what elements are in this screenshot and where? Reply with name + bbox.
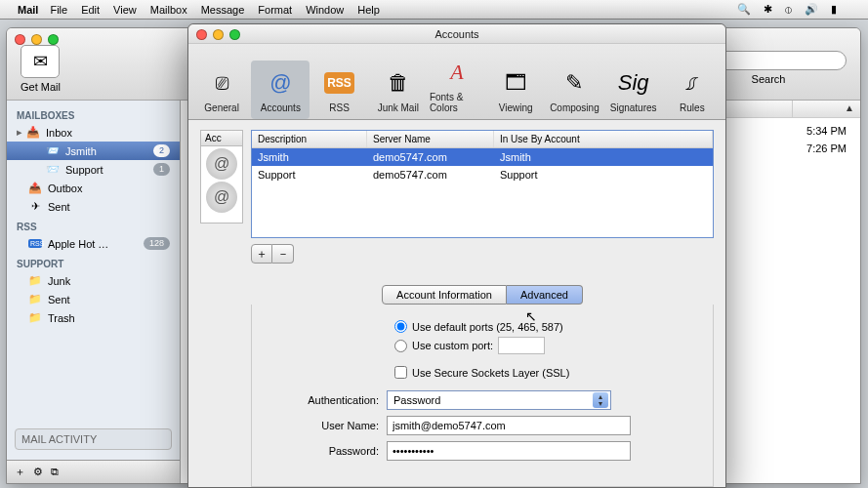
menu-view[interactable]: View bbox=[113, 4, 137, 16]
junk-icon: 🗑 bbox=[382, 66, 415, 100]
menu-file[interactable]: File bbox=[50, 4, 67, 16]
menubar: Mail File Edit View Mailbox Message Form… bbox=[0, 0, 868, 20]
select-arrows-icon: ▴▾ bbox=[593, 392, 608, 408]
inbox-icon: 📥 bbox=[26, 126, 40, 139]
col-server-name[interactable]: Server Name bbox=[367, 131, 494, 147]
window-title: Accounts bbox=[188, 24, 725, 44]
menu-message[interactable]: Message bbox=[201, 4, 245, 16]
menu-edit[interactable]: Edit bbox=[81, 4, 100, 16]
tab-signatures[interactable]: SigSignatures bbox=[604, 61, 663, 119]
tab-account-information[interactable]: Account Information bbox=[382, 285, 507, 305]
get-mail-button[interactable]: ✉︎ bbox=[21, 45, 60, 78]
rss-icon: RSS bbox=[323, 66, 356, 100]
password-field[interactable] bbox=[387, 441, 631, 461]
radio-default-ports-input[interactable] bbox=[394, 320, 407, 333]
outbox-icon: 📤 bbox=[28, 182, 42, 194]
tab-composing[interactable]: ✎Composing bbox=[545, 61, 603, 119]
accounts-list[interactable]: @ @ bbox=[200, 145, 243, 224]
mailboxes-sidebar: MAILBOXES ▸ 📥 Inbox 📨 Jsmith 2 📨 Support… bbox=[7, 101, 181, 483]
custom-port-field[interactable] bbox=[498, 337, 545, 354]
zoom-button[interactable] bbox=[229, 29, 240, 40]
sidebar-item-junk[interactable]: 📁 Junk bbox=[7, 271, 180, 290]
username-field[interactable] bbox=[387, 416, 631, 435]
tab-rss[interactable]: RSSRSS bbox=[310, 61, 368, 119]
radio-custom-port[interactable]: Use custom port: bbox=[394, 335, 695, 356]
advanced-form: Use default ports (25, 465, 587) Use cus… bbox=[251, 305, 714, 487]
mail-activity-box: MAIL ACTIVITY bbox=[15, 428, 172, 450]
menu-window[interactable]: Window bbox=[306, 4, 344, 16]
tab-junk[interactable]: 🗑Junk Mail bbox=[369, 61, 428, 119]
checkbox-ssl[interactable]: Use Secure Sockets Layer (SSL) bbox=[394, 364, 695, 381]
sidebar-item-sent2[interactable]: 📁 Sent bbox=[7, 290, 180, 308]
action-menu-icon[interactable]: ⚙︎ bbox=[33, 466, 43, 478]
zoom-button[interactable] bbox=[48, 34, 59, 45]
menu-mailbox[interactable]: Mailbox bbox=[150, 4, 187, 16]
sidebar-item-inbox[interactable]: ▸ 📥 Inbox bbox=[7, 123, 180, 142]
col-description[interactable]: Description bbox=[252, 131, 367, 147]
sidebar-item-support[interactable]: 📨 Support 1 bbox=[7, 160, 180, 179]
radio-custom-port-input[interactable] bbox=[394, 340, 407, 352]
minimize-button[interactable] bbox=[213, 29, 224, 40]
tab-accounts[interactable]: @Accounts bbox=[251, 61, 310, 119]
preferences-toolbar: ⎚General @Accounts RSSRSS 🗑Junk Mail AFo… bbox=[188, 44, 725, 120]
tab-general[interactable]: ⎚General bbox=[192, 61, 251, 119]
folder-icon: 📁 bbox=[28, 274, 42, 287]
account-avatar-icon[interactable]: @ bbox=[206, 182, 237, 213]
sidebar-item-jsmith[interactable]: 📨 Jsmith 2 bbox=[7, 142, 180, 160]
sidebar-item-trash[interactable]: 📁 Trash bbox=[7, 308, 180, 327]
tab-rules[interactable]: ⎎Rules bbox=[663, 61, 722, 119]
minimize-button[interactable] bbox=[31, 34, 42, 45]
spotlight-icon[interactable]: 🔍 bbox=[737, 3, 751, 15]
sidebar-item-outbox[interactable]: 📤 Outbox bbox=[7, 179, 180, 197]
close-button[interactable] bbox=[15, 34, 25, 45]
signatures-icon: Sig bbox=[617, 66, 650, 100]
password-label: Password: bbox=[269, 445, 387, 457]
authentication-select[interactable]: Password ▴▾ bbox=[387, 390, 611, 410]
mailbox-icon: 📨 bbox=[46, 144, 60, 157]
folder-icon: 📁 bbox=[28, 311, 42, 324]
servers-table: Description Server Name In Use By Accoun… bbox=[251, 130, 714, 238]
menu-help[interactable]: Help bbox=[357, 4, 380, 16]
table-row[interactable]: Jsmith demo5747.com Jsmith bbox=[252, 148, 713, 166]
menu-format[interactable]: Format bbox=[258, 4, 292, 16]
remove-server-button[interactable]: － bbox=[272, 244, 294, 264]
sidebar-header-mailboxes: MAILBOXES bbox=[7, 104, 180, 123]
accounts-column-header: Acc bbox=[200, 130, 243, 145]
username-label: User Name: bbox=[269, 420, 387, 431]
unread-badge: 2 bbox=[153, 144, 170, 157]
wifi-icon[interactable]: ⦶ bbox=[785, 3, 792, 15]
radio-default-ports[interactable]: Use default ports (25, 465, 587) bbox=[394, 318, 695, 335]
unread-badge: 128 bbox=[144, 237, 170, 250]
add-mailbox-button[interactable]: ＋ bbox=[15, 465, 25, 479]
rules-icon: ⎎ bbox=[676, 66, 709, 100]
add-server-button[interactable]: ＋ bbox=[251, 244, 272, 264]
tab-fonts[interactable]: AFonts & Colors bbox=[428, 50, 486, 119]
unread-badge: 1 bbox=[153, 163, 170, 176]
new-window-icon[interactable]: ⧉ bbox=[51, 466, 59, 478]
search-label: Search bbox=[752, 73, 786, 85]
sidebar-header-rss: RSS bbox=[7, 216, 180, 234]
sidebar-item-sent[interactable]: ✈︎ Sent bbox=[7, 197, 180, 216]
volume-icon[interactable]: 🔊 bbox=[805, 3, 818, 15]
authentication-label: Authentication: bbox=[269, 394, 387, 406]
account-avatar-icon[interactable]: @ bbox=[206, 148, 237, 180]
fonts-icon: A bbox=[440, 56, 474, 89]
tab-viewing[interactable]: 🗔Viewing bbox=[486, 61, 545, 119]
get-mail-label: Get Mail bbox=[21, 81, 61, 93]
viewing-icon: 🗔 bbox=[499, 66, 532, 100]
sidebar-header-support: SUPPORT bbox=[7, 253, 180, 271]
tab-advanced[interactable]: Advanced bbox=[507, 285, 583, 305]
table-row[interactable]: Support demo5747.com Support bbox=[252, 166, 713, 183]
app-menu[interactable]: Mail bbox=[18, 4, 38, 16]
general-icon: ⎚ bbox=[205, 66, 238, 100]
close-button[interactable] bbox=[196, 29, 207, 40]
mailbox-icon: 📨 bbox=[46, 163, 60, 176]
bluetooth-icon[interactable]: ✱ bbox=[764, 3, 772, 15]
accounts-preferences-window: Accounts ⎚General @Accounts RSSRSS 🗑Junk… bbox=[187, 23, 726, 488]
composing-icon: ✎ bbox=[558, 66, 591, 100]
sidebar-item-apple-hot[interactable]: RSS Apple Hot … 128 bbox=[7, 234, 180, 253]
battery-icon[interactable]: ▮ bbox=[831, 3, 837, 15]
col-in-use-by[interactable]: In Use By Account bbox=[494, 131, 713, 147]
checkbox-ssl-input[interactable] bbox=[394, 366, 407, 379]
message-time: 5:34 PM bbox=[806, 122, 847, 140]
